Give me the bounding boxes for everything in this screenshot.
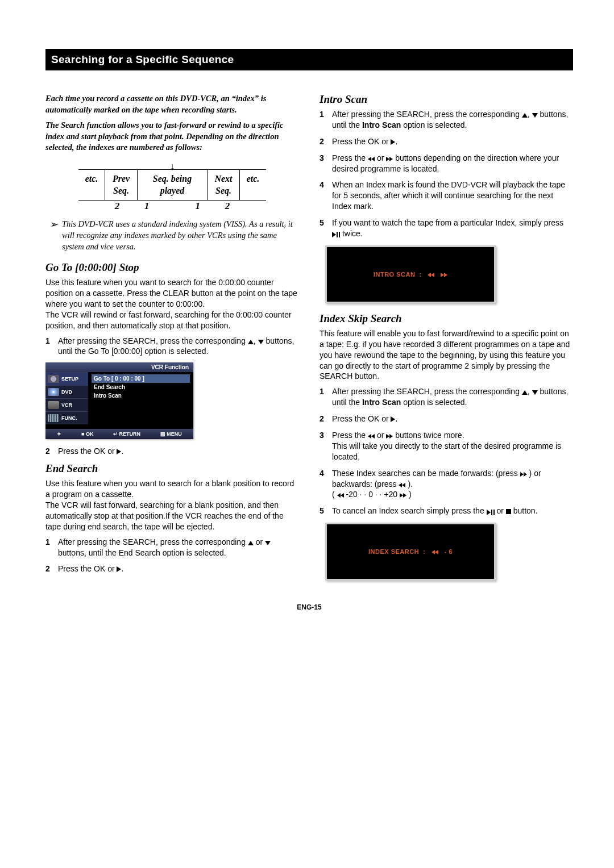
press-ok-text: Press the OK or: [58, 446, 117, 456]
ffwd-icon-2: [403, 493, 406, 498]
rewind-icon-2: [371, 157, 375, 161]
osd-item-goto: Go To [ 0 : 00 : 00 ]: [92, 374, 190, 383]
index-skip-step-2: Press the OK or .: [320, 414, 573, 424]
heading-index-skip: Index Skip Search: [320, 312, 573, 325]
osd-header: VCR Function: [45, 362, 193, 372]
osd-item-intro-scan: Intro Scan: [92, 391, 190, 400]
osd-intro-scan-display: INTRO SCAN :: [325, 245, 496, 303]
press-the-2: Press the: [332, 431, 368, 440]
play-pause-icon: [332, 229, 340, 240]
index-skip-step-5: To cancel an Index search simply press t…: [320, 506, 573, 517]
intro-paragraph-1: Each time you record a cassette on this …: [45, 93, 299, 115]
osd-item-end-search: End Search: [92, 383, 190, 391]
ffwd-icon-2: [389, 434, 393, 439]
intro-scan-step-4: When an Index mark is found the DVD-VCR …: [320, 180, 573, 212]
note-text: This DVD-VCR uses a standard indexing sy…: [62, 219, 299, 252]
end-search-step-2: Press the OK or .: [45, 564, 299, 574]
intro-scan-step-2: Press the OK or .: [320, 136, 573, 147]
osd-rewind-icon-2: [435, 550, 438, 554]
or-text: or: [377, 153, 386, 162]
intro-scan-steps: After pressing the SEARCH, press the cor…: [320, 109, 573, 240]
diagram-cell-next: NextSeq.: [207, 170, 239, 201]
diagram-cell-etc-right: etc.: [239, 170, 266, 201]
goto-paragraph: Use this feature when you want to search…: [45, 277, 299, 331]
heading-goto: Go To [0:00:00] Stop: [45, 261, 299, 274]
ffwd-icon-2: [524, 472, 527, 477]
note-arrow-icon: ➢: [50, 219, 59, 229]
osd-tab-setup: SETUP: [45, 372, 88, 385]
osd-ok: ■ OK: [81, 431, 93, 437]
heading-intro-scan: Intro Scan: [320, 93, 573, 106]
osd-tab-dvd: DVD: [45, 385, 88, 398]
osd-footer: ✦ ■ OK ↵ RETURN ▤ MENU: [45, 429, 193, 439]
period: .: [121, 564, 123, 573]
end-search-steps: After pressing the SEARCH, press the cor…: [45, 537, 299, 575]
index-diagram: ↓ etc. PrevSeq. Seq. beingplayed NextSeq…: [78, 161, 266, 212]
goto-step-2: Press the OK or .: [45, 446, 299, 457]
diagram-num-inner-left: 1: [144, 201, 150, 212]
gear-icon: [48, 375, 59, 383]
ffwd-icon-2: [389, 157, 393, 161]
comma: ,: [254, 336, 258, 345]
osd-menu-btn: ▤ MENU: [160, 431, 182, 437]
down-icon: [532, 113, 538, 118]
press-ok-text-3: Press the OK or: [332, 137, 391, 146]
rewind-icon-2: [341, 493, 344, 498]
goto-steps: After pressing the SEARCH, press the cor…: [45, 336, 299, 357]
stop-icon: [506, 509, 511, 514]
iss-step5a: To cancel an Index search simply press t…: [332, 506, 487, 515]
down-icon: [265, 541, 271, 545]
func-icon: [48, 414, 59, 422]
osd-index-search-value: - 6: [445, 548, 453, 555]
up-icon: [248, 541, 254, 545]
intro-paragraph-2: The Search function allows you to fast-f…: [45, 120, 299, 153]
index-skip-step-1: After pressing the SEARCH, press the cor…: [320, 386, 573, 408]
or-text: or: [256, 537, 265, 546]
press-ok-text-4: Press the OK or: [332, 414, 391, 423]
diagram-cell-prev: PrevSeq.: [105, 170, 137, 201]
diagram-num-inner-right: 1: [196, 201, 201, 212]
up-icon: [522, 390, 528, 395]
goto-step-2-list: Press the OK or .: [45, 446, 299, 457]
diagram-cell-playing: Seq. beingplayed: [137, 170, 207, 201]
intro-scan-step-5: If you want to watch the tape from a par…: [320, 218, 573, 240]
osd-tab-dvd-label: DVD: [61, 389, 72, 395]
index-skip-step-4: These Index searches can be made forward…: [320, 468, 573, 500]
is-step5a: If you want to watch the tape from a par…: [332, 218, 563, 227]
end-search-step1b: buttons, until the End Search option is …: [58, 548, 226, 557]
osd-intro-scan-text: INTRO SCAN: [374, 271, 415, 278]
diagram-cell-etc-left: etc.: [78, 170, 105, 201]
disc-icon: [48, 388, 59, 396]
rewind-icon-2: [371, 434, 375, 439]
iss-step4a: These Index searches can be made forward…: [332, 469, 520, 478]
osd-tab-func-label: FUNC.: [61, 415, 77, 421]
press-ok-text-2: Press the OK or: [58, 564, 117, 573]
osd-vcr-function-menu: VCR Function SETUP DVD VCR FUNC. Go To […: [45, 362, 193, 439]
osd-tab-setup-label: SETUP: [61, 376, 78, 382]
osd-return: ↵ RETURN: [113, 431, 140, 437]
down-icon: [532, 390, 538, 395]
osd-move-icon: ✦: [57, 431, 61, 437]
period: .: [121, 446, 123, 456]
heading-end-search: End Search: [45, 462, 299, 475]
or-text: or: [496, 506, 505, 515]
right-column: Intro Scan After pressing the SEARCH, pr…: [320, 93, 573, 590]
iss-step1a: After pressing the SEARCH, press the cor…: [332, 387, 522, 396]
end-search-paragraph: Use this feature when you want to search…: [45, 478, 299, 532]
iss-step4c: ).: [408, 479, 413, 489]
goto-step-1: After pressing the SEARCH, press the cor…: [45, 336, 299, 357]
tape-icon: [48, 401, 59, 409]
goto-step-1a: After pressing the SEARCH, press the cor…: [58, 336, 248, 345]
osd-tab-func: FUNC.: [45, 411, 88, 424]
or-text: or: [377, 431, 386, 440]
osd-index-search-display: INDEX SEARCH : - 6: [325, 523, 496, 581]
rewind-icon-2: [402, 483, 405, 487]
osd-tab-vcr: VCR: [45, 398, 88, 411]
osd-tab-vcr-label: VCR: [61, 402, 72, 408]
scale-open: (: [332, 490, 337, 499]
page-title: Searching for a Specific Sequence: [45, 49, 573, 70]
is-step5b: twice.: [342, 229, 363, 238]
press-the: Press the: [332, 153, 368, 162]
is-step1a: After pressing the SEARCH, press the cor…: [332, 110, 522, 119]
diagram-num-1: 2: [102, 201, 132, 212]
